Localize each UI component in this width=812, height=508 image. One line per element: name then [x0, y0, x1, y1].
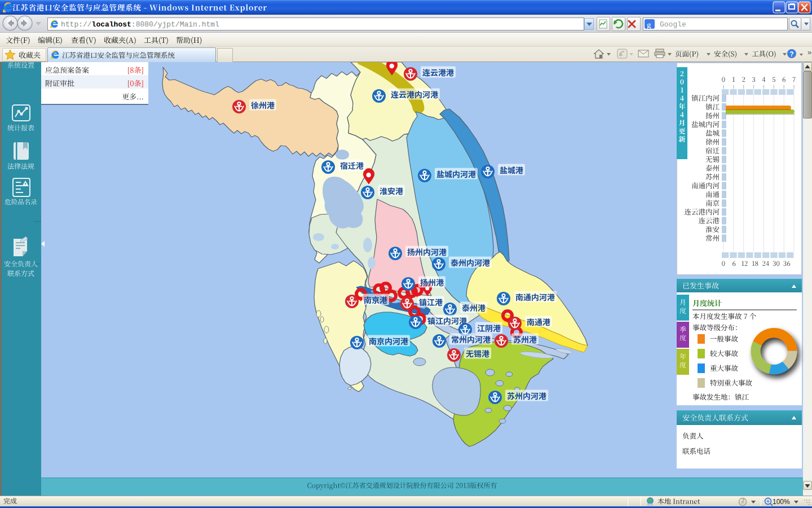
svg-text:g: g: [647, 20, 651, 29]
svg-text:?: ?: [789, 50, 793, 58]
svg-text:»: »: [807, 48, 811, 56]
